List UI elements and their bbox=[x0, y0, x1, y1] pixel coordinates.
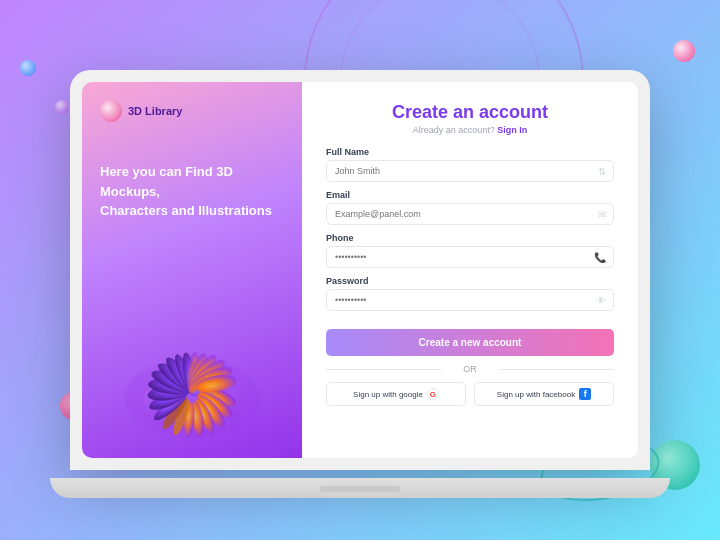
email-input[interactable] bbox=[326, 203, 614, 225]
tagline-line1: Here you can Find 3D Mockups, bbox=[100, 164, 233, 199]
phone-label: Phone bbox=[326, 233, 614, 243]
logo-sphere-icon bbox=[100, 100, 122, 122]
email-group: Email ✉ bbox=[326, 190, 614, 225]
create-account-button[interactable]: Create a new account bbox=[326, 329, 614, 356]
bg-sphere-purple-small bbox=[55, 100, 69, 114]
password-group: Password 👁 bbox=[326, 276, 614, 311]
fullname-label: Full Name bbox=[326, 147, 614, 157]
email-label: Email bbox=[326, 190, 614, 200]
tagline-line2: Characters and Illustrations bbox=[100, 203, 272, 218]
or-divider: OR bbox=[326, 364, 614, 374]
social-buttons-row: Sign up with google G Sign up with faceb… bbox=[326, 382, 614, 406]
left-tagline: Here you can Find 3D Mockups, Characters… bbox=[100, 162, 284, 221]
eye-icon[interactable]: 👁 bbox=[596, 295, 606, 306]
facebook-button-label: Sign up with facebook bbox=[497, 390, 575, 399]
already-account-text: Already an account? Sign In bbox=[326, 125, 614, 135]
form-title: Create an account bbox=[326, 102, 614, 123]
facebook-icon: f bbox=[579, 388, 591, 400]
fullname-input[interactable] bbox=[326, 160, 614, 182]
email-input-wrap: ✉ bbox=[326, 203, 614, 225]
phone-input[interactable] bbox=[326, 246, 614, 268]
fullname-input-wrap: ⇅ bbox=[326, 160, 614, 182]
person-icon: ⇅ bbox=[598, 166, 606, 177]
password-input[interactable] bbox=[326, 289, 614, 311]
laptop-frame: 3D Library Here you can Find 3D Mockups,… bbox=[70, 70, 650, 470]
logo-text: 3D Library bbox=[128, 105, 182, 117]
3d-torus-object bbox=[112, 308, 272, 458]
facebook-signup-button[interactable]: Sign up with facebook f bbox=[474, 382, 614, 406]
left-panel: 3D Library Here you can Find 3D Mockups,… bbox=[82, 82, 302, 458]
google-button-label: Sign up with google bbox=[353, 390, 423, 399]
bg-sphere-pink-top-right bbox=[673, 40, 695, 62]
email-icon: ✉ bbox=[598, 209, 606, 220]
password-input-wrap: 👁 bbox=[326, 289, 614, 311]
phone-group: Phone 📞 bbox=[326, 233, 614, 268]
phone-input-wrap: 📞 bbox=[326, 246, 614, 268]
signin-link[interactable]: Sign In bbox=[497, 125, 527, 135]
bg-sphere-blue-small bbox=[20, 60, 36, 76]
logo-area: 3D Library bbox=[100, 100, 284, 122]
fullname-group: Full Name ⇅ bbox=[326, 147, 614, 182]
phone-icon: 📞 bbox=[594, 252, 606, 263]
password-label: Password bbox=[326, 276, 614, 286]
google-icon: G bbox=[427, 388, 439, 400]
google-signup-button[interactable]: Sign up with google G bbox=[326, 382, 466, 406]
right-panel: Create an account Already an account? Si… bbox=[302, 82, 638, 458]
laptop-screen: 3D Library Here you can Find 3D Mockups,… bbox=[82, 82, 638, 458]
laptop-base bbox=[50, 478, 670, 498]
